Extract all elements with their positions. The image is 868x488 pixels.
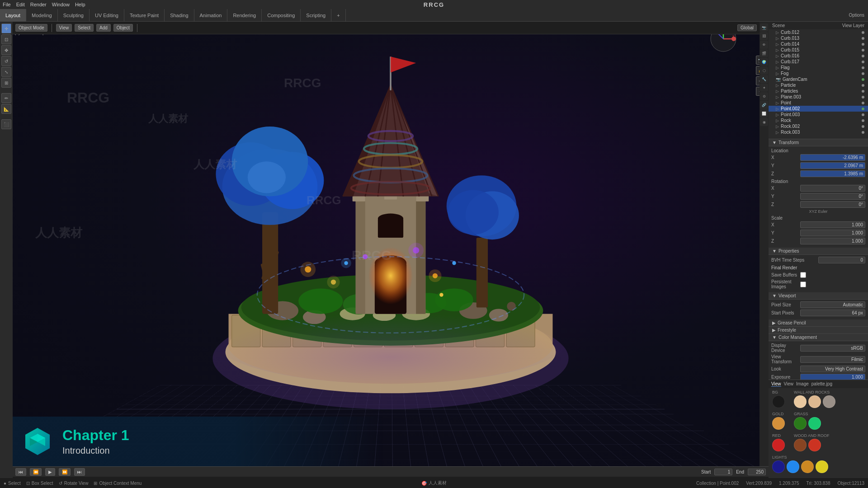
side-icon-object[interactable]: ⬡ bbox=[760, 66, 768, 75]
color-light-1[interactable] bbox=[772, 460, 785, 473]
color-wood-1[interactable] bbox=[794, 439, 807, 451]
outliner-item-point002[interactable]: ▷ Point.002 bbox=[769, 106, 868, 112]
visibility-dot[interactable] bbox=[862, 108, 864, 110]
color-grass-1[interactable] bbox=[794, 417, 807, 430]
start-value[interactable]: 1 bbox=[714, 469, 732, 475]
exposure-value[interactable]: 1.000 bbox=[800, 374, 865, 380]
color-bg-1[interactable] bbox=[772, 395, 785, 408]
transform-tool[interactable]: ⊞ bbox=[1, 78, 11, 88]
start-pixels-value[interactable]: 64 px bbox=[800, 310, 865, 316]
palette-tab-file[interactable]: palette.jpg bbox=[811, 381, 832, 387]
tab-add[interactable]: + bbox=[331, 9, 345, 22]
outliner-item-curb014[interactable]: ▷ Curb.014 bbox=[769, 41, 868, 47]
scale-z-value[interactable]: 1.000 bbox=[800, 238, 865, 244]
side-icon-view[interactable]: 👁 bbox=[760, 41, 768, 49]
properties-header[interactable]: ▼ Properties bbox=[769, 248, 868, 255]
location-y-value[interactable]: 2.0967 m bbox=[800, 162, 865, 169]
color-light-2[interactable] bbox=[787, 460, 799, 473]
tab-sculpting[interactable]: Sculpting bbox=[58, 9, 90, 22]
visibility-dot[interactable] bbox=[862, 96, 864, 99]
outliner-item-rock[interactable]: ▷ Rock bbox=[769, 117, 868, 123]
outliner-item-particle[interactable]: ▷ Particle bbox=[769, 82, 868, 88]
bvh-value[interactable]: 0 bbox=[818, 257, 865, 263]
color-gold-1[interactable] bbox=[772, 417, 785, 430]
scale-x-value[interactable]: 1.000 bbox=[800, 221, 865, 228]
visibility-dot[interactable] bbox=[862, 113, 864, 116]
side-icon-modifier[interactable]: 🔧 bbox=[760, 75, 768, 83]
look-value[interactable]: Very High Contrast bbox=[800, 366, 865, 372]
visibility-dot[interactable] bbox=[862, 78, 864, 81]
measure-tool[interactable]: 📐 bbox=[1, 104, 11, 114]
tab-layout[interactable]: Layout bbox=[0, 9, 26, 22]
visibility-dot[interactable] bbox=[862, 131, 864, 134]
save-buffers-checkbox[interactable] bbox=[800, 272, 806, 278]
transform-header[interactable]: ▼ Transform bbox=[769, 139, 868, 146]
select-tool[interactable]: ⊡ bbox=[1, 34, 11, 44]
palette-tab-view2[interactable]: View bbox=[784, 381, 794, 387]
main-viewport[interactable]: RRCG 人人素材 RRCG 人人素材 RRCG 人人素材 RRCG bbox=[13, 22, 769, 466]
visibility-dot[interactable] bbox=[862, 37, 864, 40]
options-btn[interactable]: Options bbox=[849, 13, 864, 18]
visibility-dot[interactable] bbox=[862, 90, 864, 93]
pixel-size-value[interactable]: Automatic bbox=[800, 301, 865, 308]
viewport-props-header[interactable]: ▼ Viewport bbox=[769, 292, 868, 300]
location-x-value[interactable]: -2.6396 m bbox=[800, 154, 865, 161]
location-z-value[interactable]: 1.3985 m bbox=[800, 170, 865, 177]
select-menu[interactable]: Select bbox=[75, 24, 94, 32]
freestyle-header[interactable]: ▶ Freestyle bbox=[769, 327, 868, 334]
palette-tab-image[interactable]: Image bbox=[796, 381, 809, 387]
visibility-dot[interactable] bbox=[862, 84, 864, 87]
outliner-item-gardencam[interactable]: 📷 GardenCam bbox=[769, 76, 868, 82]
visibility-dot[interactable] bbox=[862, 125, 864, 128]
object-mode-btn[interactable]: Object Mode bbox=[15, 24, 47, 32]
persistent-images-checkbox[interactable] bbox=[800, 282, 806, 287]
global-dropdown[interactable]: Global bbox=[737, 24, 757, 31]
rotation-x-value[interactable]: 0° bbox=[800, 185, 865, 192]
outliner-item-rock003[interactable]: ▷ Rock.003 bbox=[769, 129, 868, 135]
outliner-item-flag[interactable]: ▷ Flag bbox=[769, 65, 868, 70]
side-icon-particle[interactable]: ✦ bbox=[760, 84, 768, 92]
menu-edit[interactable]: Edit bbox=[16, 2, 25, 7]
visibility-dot[interactable] bbox=[862, 72, 864, 75]
side-icon-scene[interactable]: 🎬 bbox=[760, 49, 768, 57]
outliner-item-curb016[interactable]: ▷ Curb.016 bbox=[769, 53, 868, 59]
color-light-4[interactable] bbox=[816, 460, 828, 473]
outliner-item-rock002[interactable]: ▷ Rock.002 bbox=[769, 123, 868, 129]
outliner-item-particles[interactable]: ▷ Particles bbox=[769, 88, 868, 94]
timeline-next-btn[interactable]: ⏩ bbox=[59, 468, 71, 476]
menu-file[interactable]: File bbox=[3, 2, 11, 7]
annotate-tool[interactable]: ✏ bbox=[1, 93, 11, 103]
rotation-z-value[interactable]: 0° bbox=[800, 201, 865, 208]
tab-texture-paint[interactable]: Texture Paint bbox=[124, 9, 165, 22]
visibility-dot[interactable] bbox=[862, 43, 864, 46]
tab-shading[interactable]: Shading bbox=[165, 9, 194, 22]
view-menu[interactable]: View bbox=[56, 24, 72, 32]
tab-animation[interactable]: Animation bbox=[194, 9, 228, 22]
cursor-tool[interactable]: ✛ bbox=[1, 23, 11, 33]
visibility-dot[interactable] bbox=[862, 31, 864, 34]
outliner-item-point003[interactable]: ▷ Point.003 bbox=[769, 112, 868, 117]
side-icon-constraint[interactable]: 🔗 bbox=[760, 101, 768, 109]
color-red-1[interactable] bbox=[772, 439, 785, 451]
add-menu[interactable]: Add bbox=[96, 24, 111, 32]
outliner-item-plane003[interactable]: ▷ Plane.003 bbox=[769, 94, 868, 100]
object-menu[interactable]: Object bbox=[113, 24, 133, 32]
visibility-dot[interactable] bbox=[862, 61, 864, 63]
side-icon-render[interactable]: 📷 bbox=[760, 23, 768, 32]
visibility-dot[interactable] bbox=[862, 55, 864, 57]
tab-uv-editing[interactable]: UV Editing bbox=[90, 9, 124, 22]
color-wall-2[interactable] bbox=[808, 395, 821, 408]
visibility-dot[interactable] bbox=[862, 102, 864, 104]
view-transform-value[interactable]: Filmic bbox=[800, 356, 865, 363]
color-wall-1[interactable] bbox=[794, 395, 807, 408]
side-icon-material[interactable]: ◉ bbox=[760, 118, 768, 126]
visibility-dot[interactable] bbox=[862, 49, 864, 52]
scale-y-value[interactable]: 1.000 bbox=[800, 230, 865, 236]
rotation-y-value[interactable]: 0° bbox=[800, 193, 865, 200]
outliner-item-curb017[interactable]: ▷ Curb.017 bbox=[769, 59, 868, 65]
color-grass-2[interactable] bbox=[808, 417, 821, 430]
outliner-item-point[interactable]: ▷ Point bbox=[769, 100, 868, 106]
tab-rendering[interactable]: Rendering bbox=[227, 9, 262, 22]
end-value[interactable]: 250 bbox=[748, 469, 766, 475]
tab-modeling[interactable]: Modeling bbox=[26, 9, 58, 22]
